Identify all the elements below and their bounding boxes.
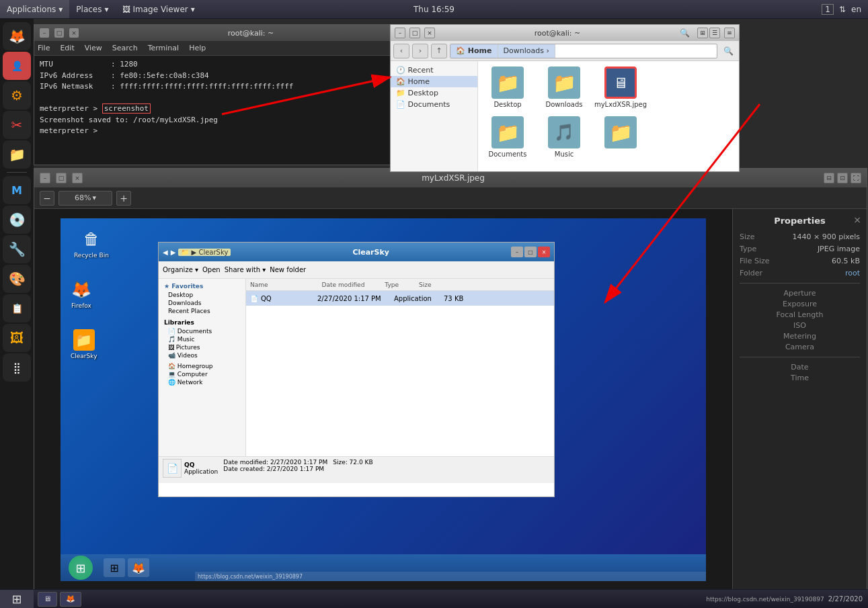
image-viewer-menu[interactable]: 🖼 Image Viewer ▾ <box>116 0 202 18</box>
dock-settings[interactable]: ⚙ <box>3 81 31 110</box>
taskbar-url: https://blog.csdn.net/weixin_39190897 <box>706 596 824 603</box>
fm-item-desktop[interactable]: 📁 Desktop <box>483 67 532 108</box>
dock-mail[interactable]: M <box>3 176 31 204</box>
fm-location-home[interactable]: 🏠 Home <box>450 44 498 58</box>
terminal-content[interactable]: MTU : 1280 IPv6 Address : fe80::5efe:c0a… <box>34 56 423 165</box>
fm-sidebar-documents[interactable]: 📄 Documents <box>391 99 477 110</box>
dock-paint[interactable]: 🎨 <box>3 265 31 293</box>
sc-min-btn: – <box>511 247 523 257</box>
sc-taskbar-items: ⊞ 🦊 <box>101 558 152 577</box>
taskbar-task-items: 🖥 🦊 <box>34 592 706 607</box>
iv-aperture-label: Aperture <box>740 289 860 298</box>
fm-maximize-btn[interactable]: □ <box>409 28 420 38</box>
iv-focal-label: Focal Length <box>740 310 860 319</box>
dock-grid[interactable]: ⣿ <box>3 353 31 382</box>
iv-maximize-btn[interactable]: □ <box>56 173 67 183</box>
firefox-task-icon: 🦊 <box>66 595 75 603</box>
terminal-maximize-btn[interactable]: □ <box>54 28 64 38</box>
fm-item-downloads[interactable]: 📁 Downloads <box>540 67 588 108</box>
fm-item-music[interactable]: 🎵 Music <box>540 116 588 158</box>
fm-view-btns: ⊞ ☰ <box>697 28 720 38</box>
terminal-menu-file[interactable]: File <box>38 44 50 52</box>
sc-firefox-icon: 🦊 Firefox <box>71 279 92 309</box>
iv-properties-panel: × Properties Size 1440 × 900 pixels Type… <box>732 209 867 591</box>
fm-forward-btn[interactable]: › <box>412 44 428 58</box>
sc-recycle-bin: 🗑 Recycle Bin <box>74 228 109 259</box>
iv-prop-folder-row: Folder root <box>740 269 860 277</box>
iv-zoom-out-btn[interactable]: ⊟ <box>824 173 834 183</box>
fm-location-downloads[interactable]: Downloads › <box>498 44 555 58</box>
sc-max-btn: □ <box>524 247 537 257</box>
sc-explorer-title: ClearSky <box>233 248 508 257</box>
iv-properties-close-btn[interactable]: × <box>853 214 861 225</box>
places-label: Places <box>76 5 102 14</box>
dock-media[interactable]: 💿 <box>3 206 31 234</box>
dock-user[interactable]: 👤 <box>3 52 31 80</box>
iv-filesize-label: File Size <box>740 257 769 265</box>
dock-firefox[interactable]: 🦊 <box>3 22 31 50</box>
iv-zoom-plus-btn[interactable]: + <box>116 191 131 206</box>
terminal-line-2: IPv6 Address : fe80::5efe:c0a8:c384 <box>40 71 418 82</box>
fm-item-documents[interactable]: 📁 Documents <box>483 116 532 158</box>
fm-menu-btn[interactable]: ≡ <box>724 28 735 38</box>
terminal-window: – □ × root@kali: ~ File Edit View Search… <box>34 24 424 165</box>
sc-share-btn: Share with ▾ <box>225 266 266 273</box>
fm-grid-view-btn[interactable]: ⊞ <box>697 28 708 38</box>
iv-minimize-btn[interactable]: – <box>40 173 50 183</box>
iv-properties-title: Properties <box>740 216 860 226</box>
fm-search-btn[interactable]: 🔍 <box>680 28 693 38</box>
dock-separator-1 <box>7 172 27 173</box>
fm-close-btn[interactable]: × <box>424 28 435 38</box>
taskbar-item-firefox[interactable]: 🦊 <box>60 592 81 607</box>
fm-search-icon[interactable]: 🔍 <box>720 44 736 58</box>
sc-main: Name Date modified Type Size 📄 QQ 2/27/2… <box>246 279 554 456</box>
taskbar-item-terminal[interactable]: 🖥 <box>38 592 57 607</box>
lang-indicator: en <box>851 5 861 14</box>
network-icon: ⇅ <box>839 5 846 14</box>
terminal-menu-help[interactable]: Help <box>189 44 206 52</box>
terminal-menu-search[interactable]: Search <box>112 44 138 52</box>
iv-fullscreen-btn[interactable]: ⛶ <box>851 173 861 183</box>
iv-exposure-label: Exposure <box>740 300 860 308</box>
applications-menu[interactable]: Applications ▾ <box>0 0 69 18</box>
terminal-screenshot-highlight: screenshot <box>102 103 151 114</box>
screenshot-desktop: 🗑 Recycle Bin 🦊 Firefox 📁 ClearSky ◀▶ <box>61 218 706 581</box>
iv-close-btn[interactable]: × <box>72 173 83 183</box>
fm-sidebar-recent[interactable]: 🕐 Recent <box>391 64 477 76</box>
terminal-menu-terminal[interactable]: Terminal <box>148 44 180 52</box>
terminal-minimize-btn[interactable]: – <box>40 28 49 38</box>
sc-organize-btn: Organize ▾ <box>163 266 198 273</box>
iv-restore-btn[interactable]: ⊡ <box>837 173 848 183</box>
terminal-close-btn[interactable]: × <box>69 28 79 38</box>
fm-sidebar-home[interactable]: 🏠 Home <box>391 76 477 87</box>
iv-size-label: Size <box>740 232 755 241</box>
dock-clipboard[interactable]: 📋 <box>3 294 31 322</box>
terminal-line-5: meterpreter > screenshot <box>40 103 418 115</box>
dock-config[interactable]: 🔧 <box>3 235 31 263</box>
imageviewer-window: – □ × myLxdXSR.jpeg ⊟ ⊡ ⛶ − 68% ▾ + 🗑 Re… <box>34 168 867 591</box>
iv-folder-value[interactable]: root <box>845 269 860 277</box>
fm-item-jpeg[interactable]: 🖥 myLxdXSR.jpeg <box>596 67 645 108</box>
terminal-line-1: MTU : 1280 <box>40 59 418 71</box>
terminal-line-7: meterpreter > <box>40 126 418 137</box>
sc-table-header: Name Date modified Type Size <box>246 279 554 291</box>
terminal-menu-edit[interactable]: Edit <box>60 44 74 52</box>
start-button[interactable]: ⊞ <box>0 590 34 609</box>
dock-tool[interactable]: ✂ <box>3 111 31 139</box>
fm-item-folder2[interactable]: 📁 <box>596 116 645 150</box>
fm-minimize-btn[interactable]: – <box>395 28 405 38</box>
fm-sidebar-desktop[interactable]: 📁 Desktop <box>391 87 477 99</box>
fm-up-btn[interactable]: ↑ <box>431 44 447 58</box>
sc-close-btn: × <box>538 247 550 257</box>
dock-image[interactable]: 🖼 <box>3 324 31 352</box>
iv-zoom-minus-btn[interactable]: − <box>40 191 54 206</box>
dock-files[interactable]: 📁 <box>3 140 31 169</box>
terminal-title: root@kali: ~ <box>84 29 418 38</box>
fm-back-btn[interactable]: ‹ <box>393 44 409 58</box>
iv-zoom-dropdown[interactable]: ▾ <box>92 193 96 202</box>
terminal-menu-view[interactable]: View <box>85 44 102 52</box>
places-menu[interactable]: Places ▾ <box>69 0 115 18</box>
iv-metering-label: Metering <box>740 332 860 341</box>
fm-list-view-btn[interactable]: ☰ <box>709 28 720 38</box>
iv-zoom-value: 68% <box>75 193 91 202</box>
